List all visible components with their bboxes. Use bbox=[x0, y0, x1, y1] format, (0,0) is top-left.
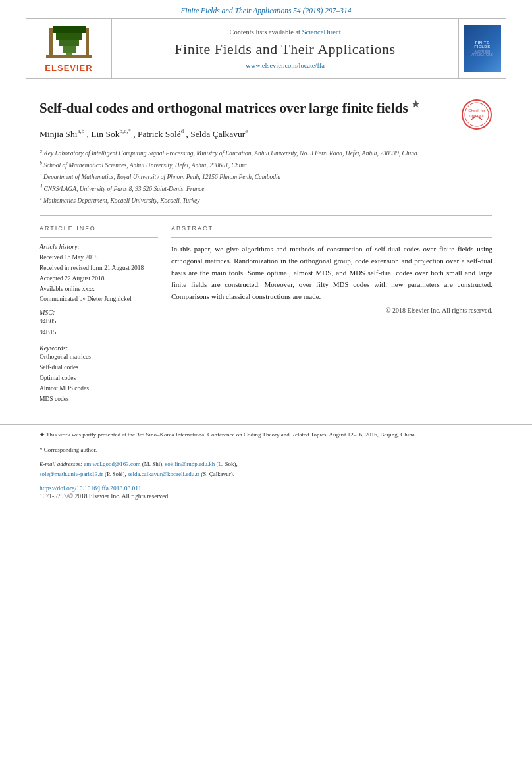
email-shi-link[interactable]: amjwcl.good@163.com bbox=[84, 461, 140, 467]
keywords-section: Keywords: Orthogonal matrices Self-dual … bbox=[40, 344, 158, 405]
divider-1 bbox=[40, 215, 492, 216]
keyword-3: Optimal codes bbox=[40, 373, 158, 383]
copyright-line: © 2018 Elsevier Inc. All rights reserved… bbox=[171, 307, 492, 314]
issn-line: 1071-5797/© 2018 Elsevier Inc. All right… bbox=[0, 492, 532, 500]
footnote-star-note: ★ This work was partly presented at the … bbox=[40, 430, 492, 439]
title-star: ★ bbox=[412, 99, 420, 109]
shi-sup: a,b bbox=[77, 128, 84, 134]
article-info-label: ARTICLE INFO bbox=[40, 225, 158, 232]
divider-abstract bbox=[171, 237, 492, 238]
sok-sup: b,c,* bbox=[119, 128, 131, 134]
paper-title: Self-dual codes and orthogonal matrices … bbox=[40, 99, 492, 117]
doi-link[interactable]: https://doi.org/10.1016/j.ffa.2018.08.01… bbox=[40, 485, 141, 492]
elsevier-brand: ELSEVIER bbox=[45, 63, 92, 73]
email-sole-person: (P. Solé), bbox=[105, 471, 126, 477]
svg-rect-5 bbox=[49, 28, 53, 58]
journal-cover-box: FINITEFIELDS AND THEIRAPPLICATIONS bbox=[458, 19, 506, 78]
contents-available-line: Contents lists available at ScienceDirec… bbox=[229, 28, 340, 36]
revised-date: Received in revised form 21 August 2018 bbox=[40, 263, 158, 273]
keywords-label: Keywords: bbox=[40, 344, 158, 352]
citation-text: Finite Fields and Their Applications 54 … bbox=[181, 7, 352, 14]
svg-text:updates: updates bbox=[469, 114, 483, 118]
msc-label: MSC: bbox=[40, 309, 158, 316]
msc-code-1: 94B05 bbox=[40, 316, 158, 327]
publisher-header: ELSEVIER Contents lists available at Sci… bbox=[26, 18, 506, 79]
footnotes-section: ★ This work was partly presented at the … bbox=[0, 424, 532, 479]
article-info-col: ARTICLE INFO Article history: Received 1… bbox=[40, 225, 158, 405]
svg-rect-6 bbox=[86, 28, 89, 58]
journal-url-link[interactable]: www.elsevier.com/locate/ffa bbox=[246, 62, 325, 69]
affiliations-block: a Key Laboratory of Intelligent Computin… bbox=[40, 147, 492, 205]
sciencedirect-link[interactable]: ScienceDirect bbox=[302, 28, 341, 36]
abstract-label: ABSTRACT bbox=[171, 225, 492, 232]
author-sole: , Patrick Solé bbox=[133, 129, 180, 139]
available-date: Available online xxxx bbox=[40, 284, 158, 294]
msc-codes: 94B05 94B15 bbox=[40, 316, 158, 337]
svg-text:Check for: Check for bbox=[468, 109, 485, 113]
affil-a: a Key Laboratory of Intelligent Computin… bbox=[40, 147, 492, 159]
check-updates-badge: Check for updates bbox=[461, 99, 492, 133]
email-sok-person: (L. Sok), bbox=[217, 461, 238, 467]
email-label: E-mail addresses: bbox=[40, 461, 82, 467]
article-history-title: Article history: bbox=[40, 243, 158, 250]
sole-sup: d bbox=[181, 128, 184, 134]
paper-content: Check for updates Self-dual codes and or… bbox=[0, 79, 532, 417]
affil-c: c Department of Mathematics, Royal Unive… bbox=[40, 171, 492, 182]
email-shi-person: (M. Shi), bbox=[142, 461, 164, 467]
keyword-4: Almost MDS codes bbox=[40, 383, 158, 394]
journal-citation: Finite Fields and Their Applications 54 … bbox=[0, 0, 532, 18]
elsevier-logo-box: ELSEVIER bbox=[26, 19, 112, 78]
abstract-text: In this paper, we give algorithms and me… bbox=[171, 243, 492, 303]
journal-title: Finite Fields and Their Applications bbox=[174, 41, 395, 58]
communicated-line: Communicated by Dieter Jungnickel bbox=[40, 296, 158, 302]
msc-section: MSC: 94B05 94B15 bbox=[40, 309, 158, 337]
elsevier-tree-icon bbox=[46, 25, 92, 61]
email-sok-link[interactable]: sok.lin@rupp.edu.kh bbox=[165, 461, 215, 467]
keyword-1: Orthogonal matrices bbox=[40, 352, 158, 362]
page: Finite Fields and Their Applications 54 … bbox=[0, 0, 532, 765]
affil-d: d CNRS/LAGA, University of Paris 8, 93 5… bbox=[40, 183, 492, 194]
keyword-items: Orthogonal matrices Self-dual codes Opti… bbox=[40, 352, 158, 405]
author-calkavur: , Selda Çalkavur bbox=[186, 129, 246, 139]
email-calkavur-link[interactable]: selda.calkavur@kocaeli.edu.tr bbox=[128, 471, 200, 477]
author-shi: Minjia Shi bbox=[40, 129, 77, 139]
doi-line: https://doi.org/10.1016/j.ffa.2018.08.01… bbox=[0, 479, 532, 492]
received-date: Received 16 May 2018 bbox=[40, 252, 158, 263]
affil-b: b School of Mathematical Sciences, Anhui… bbox=[40, 159, 492, 171]
footnote-emails: E-mail addresses: amjwcl.good@163.com (M… bbox=[40, 460, 492, 479]
article-info-abstract: ARTICLE INFO Article history: Received 1… bbox=[40, 225, 492, 405]
keyword-2: Self-dual codes bbox=[40, 362, 158, 373]
affil-e: e Mathematics Department, Kocaeli Univer… bbox=[40, 195, 492, 206]
svg-rect-4 bbox=[53, 26, 86, 33]
accepted-date: Accepted 22 August 2018 bbox=[40, 273, 158, 284]
journal-name-block: Contents lists available at ScienceDirec… bbox=[112, 19, 458, 78]
svg-rect-7 bbox=[46, 55, 92, 58]
email-sole-link[interactable]: sole@math.univ-paris13.fr bbox=[40, 471, 103, 477]
abstract-col: ABSTRACT In this paper, we give algorith… bbox=[171, 225, 492, 405]
footnote-corresponding: * Corresponding author. bbox=[40, 445, 492, 454]
journal-mini-cover: FINITEFIELDS AND THEIRAPPLICATIONS bbox=[464, 25, 501, 72]
keyword-5: MDS codes bbox=[40, 394, 158, 404]
email-calkavur-person: (S. Çalkavur). bbox=[201, 471, 234, 477]
divider-info bbox=[40, 237, 158, 238]
calkavur-sup: e bbox=[245, 128, 248, 134]
authors-line: Minjia Shia,b , Lin Sokb,c,* , Patrick S… bbox=[40, 126, 492, 141]
article-history-items: Received 16 May 2018 Received in revised… bbox=[40, 252, 158, 295]
msc-code-2: 94B15 bbox=[40, 327, 158, 338]
author-sok: , Lin Sok bbox=[87, 129, 120, 139]
